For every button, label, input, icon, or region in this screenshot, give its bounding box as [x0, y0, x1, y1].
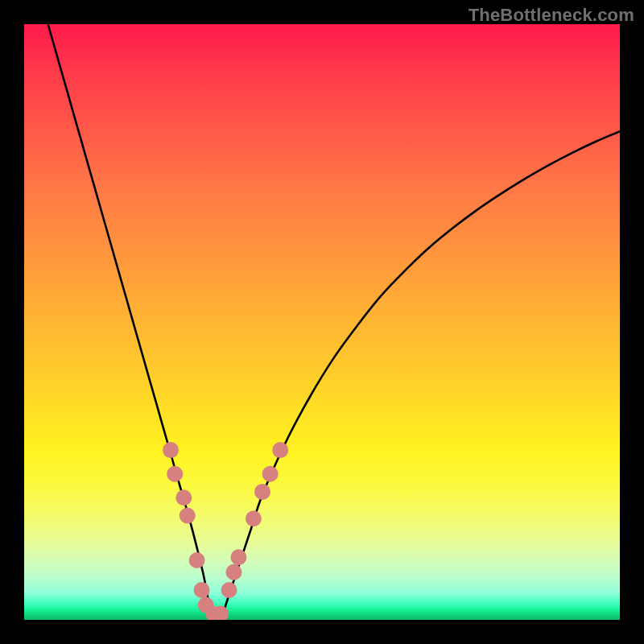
chart-frame: TheBottleneck.com [0, 0, 644, 644]
curve-marker [262, 466, 279, 482]
curve-marker [225, 564, 242, 580]
curve-marker [167, 466, 183, 482]
curve-marker [221, 582, 237, 598]
curve-marker [163, 442, 179, 458]
curve-marker [230, 549, 246, 565]
curve-marker [272, 442, 288, 458]
curve-marker [180, 508, 196, 524]
curve-marker [246, 510, 262, 526]
bottleneck-curve [24, 24, 620, 620]
curve-marker [254, 484, 270, 500]
curve-marker [175, 489, 192, 506]
plot-area [24, 24, 620, 620]
watermark-text: TheBottleneck.com [469, 5, 634, 26]
curve-marker [194, 582, 210, 598]
curve-marker [189, 552, 205, 568]
